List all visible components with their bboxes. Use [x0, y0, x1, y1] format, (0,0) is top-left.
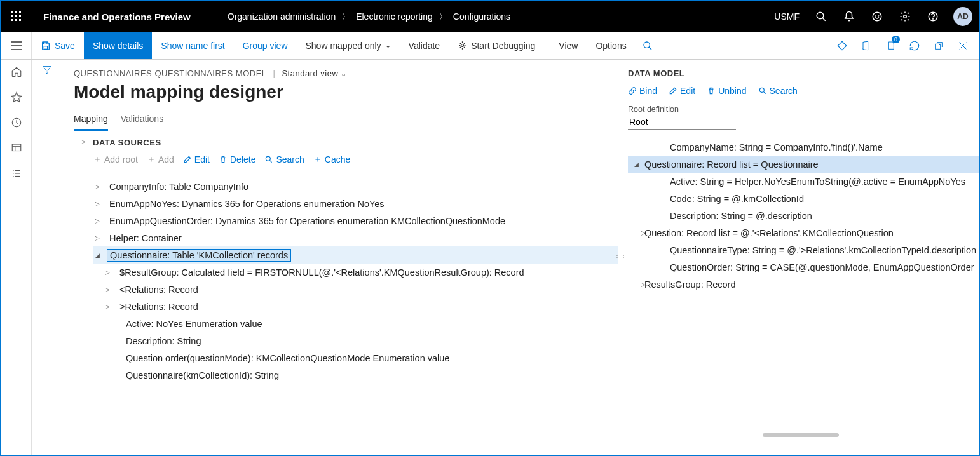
search-button[interactable]: Search — [758, 86, 798, 96]
show-mapped-only-dropdown[interactable]: Show mapped only⌄ — [297, 32, 400, 59]
scrollbar[interactable] — [763, 433, 839, 437]
diamond-icon[interactable] — [830, 32, 854, 60]
breadcrumb-item[interactable]: Electronic reporting — [356, 11, 433, 22]
office-icon[interactable] — [854, 32, 878, 60]
svg-point-37 — [266, 156, 271, 161]
chevron-down-icon[interactable] — [632, 161, 641, 168]
clock-icon[interactable] — [11, 117, 22, 131]
svg-rect-20 — [44, 46, 47, 49]
chevron-right-icon[interactable] — [103, 286, 112, 293]
toolbar-search-icon[interactable] — [636, 32, 660, 60]
cache-button[interactable]: ＋Cache — [313, 154, 350, 165]
tree-item[interactable]: QuestionOrder: String = CASE(@.questionM… — [628, 258, 979, 276]
attachments-icon[interactable]: 0 — [878, 32, 902, 60]
chevron-right-icon[interactable] — [103, 303, 112, 310]
tree-item[interactable]: Question: Record list = @.'<Relations'.K… — [628, 224, 979, 241]
chevron-right-icon[interactable] — [93, 183, 102, 190]
hamburger-icon[interactable] — [1, 32, 32, 59]
tree-item[interactable]: Helper: Container — [93, 229, 618, 246]
view-dropdown[interactable]: Standard view ⌄ — [282, 69, 347, 78]
chevron-right-icon[interactable] — [93, 217, 102, 224]
tree-item[interactable]: EnumAppNoYes: Dynamics 365 for Operation… — [93, 195, 618, 212]
validate-button[interactable]: Validate — [400, 32, 449, 59]
page-title: Model mapping designer — [74, 82, 618, 102]
svg-line-10 — [822, 18, 826, 21]
tree-item[interactable]: EnumAppQuestionOrder: Dynamics 365 for O… — [93, 212, 618, 229]
bind-button[interactable]: Bind — [628, 86, 657, 96]
help-icon[interactable] — [919, 1, 947, 32]
modules-icon[interactable] — [11, 168, 22, 182]
delete-button[interactable]: Delete — [219, 154, 255, 164]
smiley-icon[interactable] — [863, 1, 891, 32]
tree-item[interactable]: >Relations: Record — [93, 298, 618, 315]
data-model-tree: CompanyName: String = CompanyInfo.'find(… — [628, 138, 979, 293]
chevron-right-icon[interactable] — [93, 234, 102, 241]
chevron-down-icon: ⌄ — [385, 41, 391, 50]
tab-validations[interactable]: Validations — [121, 114, 163, 131]
chevron-right-icon[interactable] — [103, 269, 112, 276]
tree-item[interactable]: Description: String = @.description — [628, 207, 979, 224]
search-icon[interactable] — [807, 1, 835, 32]
view-menu[interactable]: View — [550, 32, 587, 59]
popup-icon[interactable] — [927, 32, 951, 60]
collapse-toggle[interactable] — [74, 134, 93, 384]
filter-icon[interactable] — [42, 65, 52, 455]
svg-rect-28 — [12, 144, 21, 151]
tree-item[interactable]: Description: String — [93, 332, 618, 349]
chevron-right-icon[interactable] — [93, 200, 102, 207]
options-menu[interactable]: Options — [587, 32, 635, 59]
tree-item[interactable]: $ResultGroup: Calculated field = FIRSTOR… — [93, 264, 618, 281]
tree-item[interactable]: Code: String = @.kmCollectionId — [628, 190, 979, 207]
tree-item[interactable]: Question order(questionMode): KMCollecti… — [93, 349, 618, 366]
company-code[interactable]: USMF — [766, 11, 807, 22]
svg-rect-3 — [11, 15, 13, 17]
workspace-icon[interactable] — [11, 142, 22, 156]
tree-item[interactable]: CompanyName: String = CompanyInfo.'find(… — [628, 138, 979, 156]
edit-button[interactable]: Edit — [669, 86, 695, 96]
bell-icon[interactable] — [835, 1, 863, 32]
tree-item[interactable]: Active: String = Helper.NoYesEnumToStrin… — [628, 173, 979, 190]
show-name-first-button[interactable]: Show name first — [152, 32, 233, 59]
chevron-down-icon[interactable] — [93, 251, 102, 258]
left-nav-rail — [1, 60, 32, 455]
close-icon[interactable] — [951, 32, 975, 60]
avatar[interactable]: AD — [953, 7, 972, 26]
data-sources-pane: DATA SOURCES ＋Add root ＋Add Edit Delete … — [74, 134, 618, 384]
add-root-button[interactable]: ＋Add root — [93, 154, 138, 165]
search-button[interactable]: Search — [264, 154, 304, 164]
save-button[interactable]: Save — [32, 32, 84, 59]
home-icon[interactable] — [11, 66, 22, 80]
tree-item[interactable]: CompanyInfo: Table CompanyInfo — [93, 178, 618, 195]
svg-rect-2 — [19, 11, 21, 13]
show-details-button[interactable]: Show details — [84, 32, 152, 59]
splitter[interactable]: ⋮⋮ — [618, 60, 623, 455]
tree-item[interactable]: Active: NoYes Enumeration value — [93, 315, 618, 332]
start-debugging-button[interactable]: Start Debugging — [449, 32, 544, 59]
svg-rect-4 — [15, 15, 17, 17]
tree-item[interactable]: ResultsGroup: Record — [628, 276, 979, 293]
root-definition-input[interactable] — [628, 115, 736, 130]
gear-icon[interactable] — [891, 1, 919, 32]
context-path: QUESTIONNAIRES QUESTIONNAIRES MODEL — [74, 69, 267, 78]
right-pane: DATA MODEL Bind Edit Unbind Search Root … — [623, 60, 979, 455]
svg-point-11 — [873, 12, 881, 21]
data-sources-header: DATA SOURCES — [93, 138, 618, 147]
star-icon[interactable] — [11, 91, 22, 105]
app-launcher-icon[interactable] — [1, 1, 32, 32]
tree-item-selected[interactable]: Questionnaire: Table 'KMCollection' reco… — [93, 246, 618, 264]
unbind-button[interactable]: Unbind — [707, 86, 746, 96]
refresh-icon[interactable] — [902, 32, 927, 60]
tree-item[interactable]: QuestionnaireType: String = @.'>Relation… — [628, 241, 979, 258]
add-button[interactable]: ＋Add — [147, 154, 174, 165]
breadcrumb-item[interactable]: Configurations — [453, 11, 510, 22]
edit-button[interactable]: Edit — [183, 154, 210, 164]
attachment-badge: 0 — [892, 36, 900, 43]
svg-point-39 — [759, 88, 764, 92]
group-view-button[interactable]: Group view — [234, 32, 297, 59]
tree-item-selected[interactable]: Questionnaire: Record list = Questionnai… — [628, 156, 979, 173]
tab-mapping[interactable]: Mapping — [74, 114, 108, 131]
breadcrumb-item[interactable]: Organization administration — [228, 11, 336, 22]
tree-item[interactable]: Questionnaire(kmCollectionId): String — [93, 366, 618, 384]
tree-item[interactable]: <Relations: Record — [93, 281, 618, 298]
svg-point-22 — [644, 42, 650, 48]
